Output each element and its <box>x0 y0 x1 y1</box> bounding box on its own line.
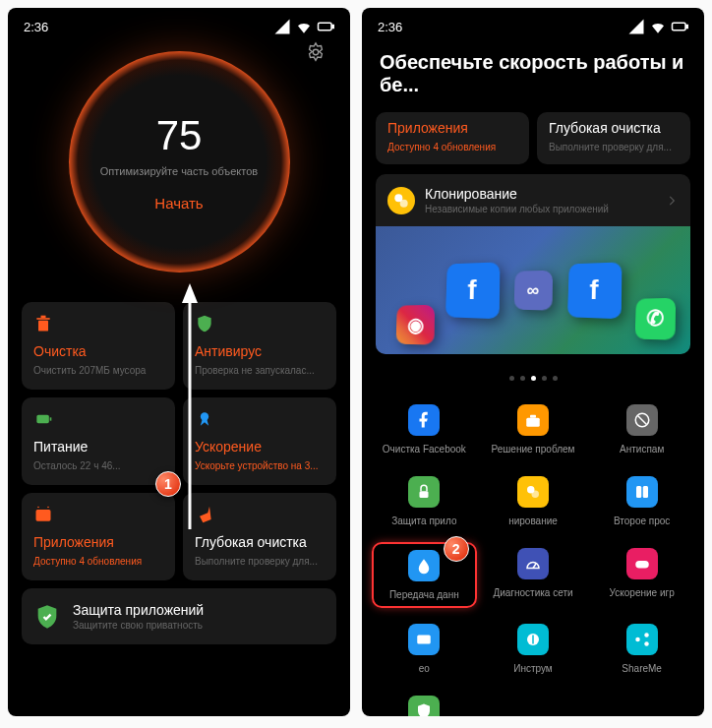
card-subtitle: Доступно 4 обновления <box>387 142 517 152</box>
trash-icon <box>33 314 53 334</box>
card-title: Антивирус <box>195 343 325 359</box>
tool-label: Передача данн <box>389 589 459 600</box>
pagination-dots[interactable] <box>362 364 704 398</box>
clone-icon <box>387 187 415 214</box>
card-title: Очистка <box>33 343 163 359</box>
tool-lock[interactable]: Защита прило <box>372 470 477 532</box>
tool-label: ео <box>419 663 430 674</box>
card-apps[interactable]: Приложения Доступно 4 обновления <box>22 493 175 580</box>
card-cleanup[interactable]: Очистка Очистить 207МБ мусора <box>22 302 175 390</box>
svg-rect-22 <box>420 491 429 498</box>
svg-rect-4 <box>36 318 49 320</box>
tools-grid: Очистка Facebook Решение проблем Антиспа… <box>362 398 704 716</box>
block-icon <box>626 404 658 436</box>
promo-sub: Независимые копии любых приложений <box>425 204 655 214</box>
wifi-icon <box>295 18 313 35</box>
battery-icon <box>33 409 53 429</box>
tool-share[interactable]: ShareMe <box>589 618 694 680</box>
banner-sub: Защитите свою приватность <box>73 620 325 631</box>
clone-icon <box>517 476 549 508</box>
video-icon <box>408 624 440 655</box>
svg-rect-9 <box>36 510 51 521</box>
svg-point-11 <box>47 507 49 509</box>
svg-rect-32 <box>532 636 534 644</box>
privacy-icon <box>408 696 440 716</box>
card-battery[interactable]: Питание Осталось 22 ч 46... 1 <box>22 397 175 485</box>
card-title: Приложения <box>387 120 517 136</box>
card-deep-clean[interactable]: Глубокая очистка Выполните проверку для.… <box>537 112 690 164</box>
svg-rect-28 <box>635 561 649 569</box>
chevron-right-icon <box>665 194 679 208</box>
screw-icon <box>517 624 549 655</box>
svg-rect-1 <box>332 26 334 29</box>
tool-fb[interactable]: Очистка Facebook <box>372 398 477 460</box>
step-badge-2: 2 <box>444 536 469 562</box>
tool-label: Защита прило <box>391 516 456 526</box>
svg-rect-0 <box>319 23 332 30</box>
tool-label: Инструм <box>513 663 553 674</box>
card-subtitle: Проверка не запускалас... <box>195 365 325 376</box>
step-badge-1: 1 <box>155 471 181 497</box>
dial-icon <box>517 548 549 579</box>
card-subtitle: Выполните проверку для... <box>549 142 679 152</box>
fb-icon <box>408 404 440 436</box>
promo-visual: ◉ f ∞ f ✆ <box>376 226 690 354</box>
share-icon <box>626 624 658 655</box>
clone-promo[interactable]: Клонирование Независимые копии любых при… <box>376 174 690 354</box>
card-title: Приложения <box>33 534 163 550</box>
card-title: Глубокая очистка <box>195 534 325 550</box>
svg-marker-13 <box>182 283 198 303</box>
tool-screw[interactable]: Инструм <box>481 618 586 680</box>
tool-label: Антиспам <box>620 444 664 455</box>
wifi-icon <box>649 18 667 35</box>
card-deep-clean[interactable]: Глубокая очистка Выполните проверку для.… <box>183 493 336 580</box>
dot-active <box>531 376 536 381</box>
svg-rect-19 <box>530 415 536 418</box>
shield-check-icon <box>33 603 61 631</box>
banner-title: Защита приложений <box>73 602 325 618</box>
dot <box>520 376 525 381</box>
svg-point-8 <box>201 412 208 420</box>
svg-point-2 <box>313 49 319 55</box>
card-subtitle: Ускорьте устройство на 3... <box>195 460 325 471</box>
signal-icon <box>273 18 291 35</box>
tool-label: Диагностика сети <box>493 587 572 598</box>
tool-game[interactable]: Ускорение игр <box>589 542 694 608</box>
svg-rect-6 <box>36 415 49 423</box>
status-icons <box>627 18 688 35</box>
tool-drop[interactable]: Передача данн 2 <box>372 542 477 608</box>
tool-clone[interactable]: нирование <box>481 470 586 532</box>
card-title: Питание <box>33 439 163 455</box>
tool-video[interactable]: ео <box>372 618 477 680</box>
battery-icon <box>671 18 688 35</box>
svg-rect-3 <box>38 321 48 332</box>
signal-icon <box>627 18 645 35</box>
svg-rect-5 <box>41 316 46 319</box>
card-apps[interactable]: Приложения Доступно 4 обновления <box>376 112 529 164</box>
battery-icon <box>317 18 334 35</box>
card-antivirus[interactable]: Антивирус Проверка не запускалас... <box>183 302 336 390</box>
toolbox-icon <box>517 404 549 436</box>
tool-privacy[interactable]: Конфиден <box>372 690 477 716</box>
dot <box>542 376 547 381</box>
svg-rect-26 <box>642 486 647 498</box>
svg-point-34 <box>644 633 649 637</box>
status-icons <box>273 18 334 35</box>
tool-dial[interactable]: Диагностика сети <box>481 542 586 608</box>
status-bar: 2:36 <box>8 8 350 41</box>
settings-button[interactable] <box>305 41 326 67</box>
score-circle[interactable]: 75 Оптимизируйте часть объектов Начать <box>69 51 290 273</box>
card-subtitle: Доступно 4 обновления <box>33 556 163 567</box>
tool-toolbox[interactable]: Решение проблем <box>481 398 586 460</box>
score-action-button[interactable]: Начать <box>154 195 203 212</box>
tool-space[interactable]: Второе прос <box>589 470 694 532</box>
instagram-icon: ◉ <box>396 305 436 345</box>
card-subtitle: Выполните проверку для... <box>195 556 325 567</box>
tool-label: Ускорение игр <box>610 587 675 598</box>
card-subtitle: Осталось 22 ч 46... <box>33 460 163 471</box>
card-boost[interactable]: Ускорение Ускорьте устройство на 3... <box>183 397 336 485</box>
facebook-icon: f <box>445 262 500 319</box>
svg-point-35 <box>644 641 649 646</box>
protect-banner[interactable]: Защита приложений Защитите свою приватно… <box>22 588 336 644</box>
tool-block[interactable]: Антиспам <box>589 398 694 460</box>
